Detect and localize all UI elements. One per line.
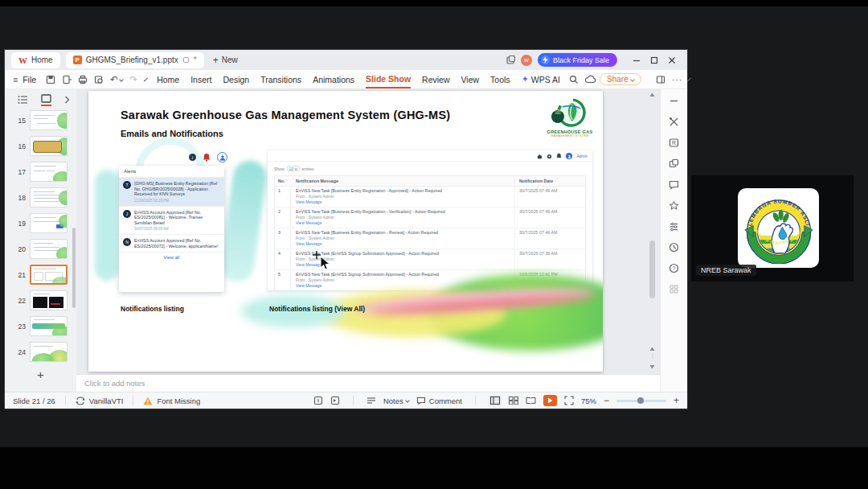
collapse-icon[interactable] <box>669 96 679 106</box>
cloud-sync-icon[interactable] <box>585 75 596 84</box>
help-icon[interactable]: ? <box>669 263 679 273</box>
print-preview-icon[interactable] <box>94 75 104 84</box>
undo-icon[interactable]: ↶ <box>110 74 123 85</box>
zoom-slider[interactable] <box>616 400 666 402</box>
search-icon[interactable] <box>569 75 579 84</box>
alerts-panel[interactable]: Alerts T [GHG-MS] Business Entity Regist… <box>119 166 224 292</box>
menu-insert[interactable]: Insert <box>190 72 211 88</box>
toolbar-more-chevron-icon[interactable] <box>144 77 148 81</box>
collapse-ribbon-icon[interactable] <box>687 77 691 81</box>
participant-tile[interactable]: LEMBAGA SUMBER ASLI DAN ALAM SEKITAR SAR… <box>691 175 854 281</box>
thumbnail-row-22[interactable]: 22 <box>5 290 76 310</box>
thumbnail-row-21-selected[interactable]: 21 <box>5 265 76 285</box>
account-avatar[interactable]: w <box>521 55 532 66</box>
maximize-button[interactable] <box>645 52 663 68</box>
new-tab-button[interactable]: + New <box>213 55 238 66</box>
tab-home[interactable]: W Home <box>11 52 60 68</box>
theme-name[interactable]: VanillaVTI <box>89 397 124 405</box>
font-missing-warning[interactable]: Font Missing <box>157 397 200 405</box>
thumbnail-row-17[interactable]: 17 <box>5 162 76 182</box>
notes-placeholder: Click to add notes <box>84 379 145 388</box>
menu-view[interactable]: View <box>461 72 480 88</box>
ghgms-logo[interactable]: NET ZERO 2050 GREENHOUSE GAS MANAGEMENT … <box>545 97 595 138</box>
history-clock-icon[interactable] <box>669 242 679 253</box>
thumbnail-row-20[interactable]: 20 <box>5 239 76 259</box>
top-letterbox <box>0 0 868 6</box>
add-slide-button[interactable]: + <box>5 368 76 381</box>
zoom-in-button[interactable]: + <box>674 395 679 406</box>
zoom-out-button[interactable]: − <box>604 395 609 406</box>
layout-panel-icon[interactable] <box>656 75 665 84</box>
settings-sliders-icon[interactable] <box>669 221 679 232</box>
thumbnail-row-16[interactable]: 16 <box>5 136 76 156</box>
tools-icon[interactable] <box>669 117 679 127</box>
slide-thumbnail <box>30 213 68 233</box>
slideshow-play-button[interactable] <box>543 395 557 406</box>
slide-scrollbar[interactable]: ⋮ <box>649 91 656 372</box>
row-date: 30/7/2025 07:49 AM <box>514 187 585 207</box>
minimize-button[interactable] <box>628 52 645 68</box>
thumbnail-row-15[interactable]: 15 <box>5 110 76 130</box>
zoom-slider-handle[interactable] <box>637 397 644 404</box>
close-button[interactable] <box>663 52 681 68</box>
slide-21[interactable]: Sarawak Greenhouse Gas Management System… <box>88 91 603 372</box>
caption-right[interactable]: Notifications listing (View All) <box>269 305 365 313</box>
thumbnail-row-23[interactable]: 23 <box>5 316 76 336</box>
menu-design[interactable]: Design <box>223 72 249 88</box>
share-button[interactable]: Share <box>600 73 641 85</box>
notes-bar[interactable]: Click to add notes <box>76 374 660 392</box>
thumbnail-row-19[interactable]: 19 <box>5 213 76 233</box>
caption-left[interactable]: Notifications listing <box>121 305 184 313</box>
thumbnail-panel-toolbar <box>5 89 76 110</box>
view-message-link: View Message <box>296 241 511 247</box>
more-options-icon[interactable]: ··· <box>672 75 683 84</box>
resume-assistant-icon[interactable]: R <box>669 138 679 148</box>
menu-review[interactable]: Review <box>422 72 449 88</box>
export-icon[interactable] <box>62 75 72 84</box>
menu-transitions[interactable]: Transitions <box>260 72 301 88</box>
tab-document[interactable]: P GHGMS_Briefing_v1.pptx * <box>66 52 204 68</box>
col-no: No. <box>275 179 291 183</box>
expand-panel-chevron-icon[interactable] <box>64 96 70 104</box>
task-pane-icon[interactable] <box>313 396 323 405</box>
portal-user-name: Admin <box>576 154 588 158</box>
table-row: 2 EnViSS New Task [Business Entity Regis… <box>275 208 585 228</box>
redo-icon[interactable]: ↷ <box>129 74 137 85</box>
alert-text: EnViSS Account Approved [Ref No. ES/2025… <box>134 238 220 249</box>
slide-sorter-button[interactable] <box>509 397 518 405</box>
notes-toggle[interactable]: Notes <box>383 397 409 405</box>
file-menu[interactable]: File <box>23 75 36 84</box>
comment-panel-icon[interactable] <box>669 179 679 190</box>
scroll-up-icon[interactable] <box>649 92 655 97</box>
menu-slide-show[interactable]: Slide Show <box>366 71 411 88</box>
slide-view-icon[interactable] <box>41 94 51 106</box>
menu-tools[interactable]: Tools <box>490 72 510 88</box>
shapes-icon[interactable] <box>669 158 679 169</box>
enter-presenter-icon[interactable] <box>330 396 340 405</box>
menu-animations[interactable]: Animations <box>313 72 354 88</box>
tab-list-icon[interactable] <box>506 55 515 65</box>
thumbnail-row-24[interactable]: 24 <box>5 342 76 362</box>
thumbnail-scrollbar[interactable] <box>72 228 76 308</box>
menu-home[interactable]: Home <box>157 72 179 88</box>
scrollbar-thumb[interactable] <box>649 240 655 298</box>
alerts-header: Alerts <box>119 166 224 178</box>
save-icon[interactable] <box>46 75 55 84</box>
fit-slide-icon[interactable] <box>564 396 574 405</box>
comment-button[interactable]: Comment <box>416 397 462 405</box>
favorites-star-icon[interactable] <box>669 200 679 211</box>
normal-view-button[interactable] <box>489 395 502 406</box>
slide-title[interactable]: Sarawak Greenhouse Gas Management System… <box>121 109 450 121</box>
apps-grid-icon[interactable] <box>669 284 679 294</box>
zoom-level[interactable]: 75% <box>581 397 596 405</box>
thumbnail-row-18[interactable]: 18 <box>5 187 76 208</box>
promo-button[interactable]: Black Friday Sale <box>538 53 617 67</box>
slide-subtitle[interactable]: Emails and Notifications <box>121 129 223 138</box>
menu-wps-ai[interactable]: ✦ WPS AI <box>522 71 560 88</box>
prev-slide-icon[interactable] <box>649 347 655 351</box>
col-date: Notification Date <box>514 179 585 183</box>
outline-view-icon[interactable] <box>18 95 28 105</box>
reading-view-button[interactable] <box>526 397 536 405</box>
print-icon[interactable] <box>78 75 88 84</box>
next-slide-icon[interactable] <box>649 364 655 369</box>
